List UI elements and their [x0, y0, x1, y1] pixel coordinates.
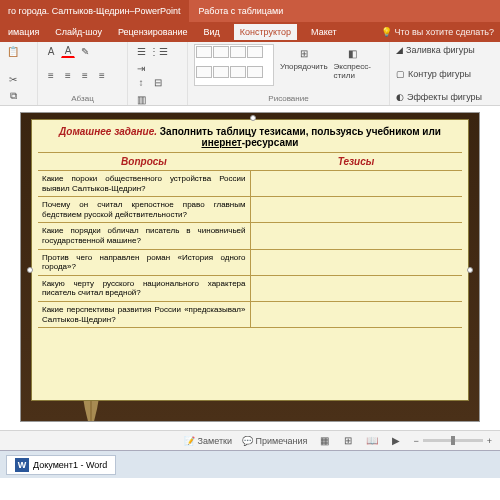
content-box[interactable]: Домашнее задание. Заполнить таблицу тези…	[31, 119, 469, 401]
selection-handle[interactable]	[467, 267, 473, 273]
zoom-slider[interactable]: − +	[413, 436, 492, 446]
shape-outline-button[interactable]: ▢Контур фигуры	[396, 68, 494, 80]
align-center-icon[interactable]: ≡	[61, 68, 75, 82]
justify-icon[interactable]: ≡	[95, 68, 109, 82]
title-doc: го города. Салтыков-Щедрин – PowerPoint	[0, 0, 189, 22]
status-bar: 📝 Заметки 💬 Примечания ▦ ⊞ 📖 ▶ − +	[0, 430, 500, 450]
title-context: Работа с таблицами	[189, 0, 294, 22]
tab-design[interactable]: Конструктор	[234, 24, 297, 40]
shape-styles-group: ◢Заливка фигуры ▢Контур фигуры ◐Эффекты …	[390, 42, 500, 105]
table-row: Какую черту русского национального харак…	[38, 275, 462, 301]
effects-icon: ◐	[396, 92, 404, 102]
shape-fill-button[interactable]: ◢Заливка фигуры	[396, 44, 494, 56]
arrange-icon[interactable]: ⊞	[295, 44, 313, 62]
ribbon: 📋 ✂⧉ A A ✎ ≡ ≡ ≡ ≡ Абзац ☰ ⋮☰ ⇥ ↕ ⊟ ▥	[0, 42, 500, 106]
tab-view[interactable]: Вид	[201, 27, 221, 37]
word-icon: W	[15, 458, 29, 472]
paragraph-group: ☰ ⋮☰ ⇥ ↕ ⊟ ▥	[128, 42, 188, 105]
tab-review[interactable]: Рецензирование	[116, 27, 190, 37]
tab-layout[interactable]: Макет	[309, 27, 338, 37]
table-row: Какие порядки обличал писатель в чиновни…	[38, 223, 462, 249]
col-questions: Вопросы	[38, 153, 250, 171]
sorter-view-icon[interactable]: ⊞	[341, 434, 355, 448]
quick-styles-icon[interactable]: ◧	[343, 44, 361, 62]
col-theses: Тезисы	[250, 153, 462, 171]
notes-button[interactable]: 📝 Заметки	[184, 436, 232, 446]
windows-taskbar: W Документ1 - Word	[0, 450, 500, 478]
align-text-icon[interactable]: ⊟	[151, 75, 165, 89]
comments-button[interactable]: 💬 Примечания	[242, 436, 307, 446]
highlight-icon[interactable]: ✎	[78, 44, 92, 58]
homework-table[interactable]: ВопросыТезисы Какие пороки общественного…	[38, 152, 462, 328]
zoom-in-icon[interactable]: +	[487, 436, 492, 446]
table-row: Против чего направлен роман «История одн…	[38, 249, 462, 275]
text-direction-icon[interactable]: ↕	[134, 75, 148, 89]
tab-animation[interactable]: имация	[6, 27, 41, 37]
selection-handle[interactable]	[250, 115, 256, 121]
fill-icon: ◢	[396, 45, 403, 55]
slideshow-view-icon[interactable]: ▶	[389, 434, 403, 448]
group-label-paragraph: Абзац	[44, 94, 121, 103]
columns-icon[interactable]: ▥	[134, 92, 148, 106]
font-group: A A ✎ ≡ ≡ ≡ ≡ Абзац	[38, 42, 128, 105]
group-label-drawing: Рисование	[194, 94, 383, 103]
table-row: Почему он считал крепостное право главны…	[38, 197, 462, 223]
taskbar-word-button[interactable]: W Документ1 - Word	[6, 455, 116, 475]
homework-title: Домашнее задание. Заполнить таблицу тези…	[38, 126, 462, 148]
table-row: Какие пороки общественного устройства Ро…	[38, 171, 462, 197]
table-row: Какие перспективы развития России «предс…	[38, 301, 462, 327]
numbering-icon[interactable]: ⋮☰	[151, 44, 165, 58]
align-left-icon[interactable]: ≡	[44, 68, 58, 82]
tell-me[interactable]: 💡Что вы хотите сделать?	[381, 27, 495, 37]
arrange-label: Упорядочить	[280, 62, 328, 71]
paste-icon[interactable]: 📋	[6, 44, 20, 58]
font-size-dec-icon[interactable]: A	[44, 44, 58, 58]
title-bar: го города. Салтыков-Щедрин – PowerPoint …	[0, 0, 500, 22]
align-right-icon[interactable]: ≡	[78, 68, 92, 82]
slide-editor[interactable]: Домашнее задание. Заполнить таблицу тези…	[0, 106, 500, 430]
bulb-icon: 💡	[381, 27, 392, 37]
cut-icon[interactable]: ✂	[6, 72, 20, 86]
bullets-icon[interactable]: ☰	[134, 44, 148, 58]
drawing-group: ⊞ Упорядочить ◧ Экспресс- стили Рисовани…	[188, 42, 390, 105]
reading-view-icon[interactable]: 📖	[365, 434, 379, 448]
shape-effects-button[interactable]: ◐Эффекты фигуры	[396, 91, 494, 103]
indent-icon[interactable]: ⇥	[134, 61, 148, 75]
outline-icon: ▢	[396, 69, 405, 79]
zoom-out-icon[interactable]: −	[413, 436, 418, 446]
express-label: Экспресс- стили	[334, 62, 371, 80]
ribbon-tabs: имация Слайд-шоу Рецензирование Вид Конс…	[0, 22, 500, 42]
selection-handle[interactable]	[27, 267, 33, 273]
font-color-icon[interactable]: A	[61, 44, 75, 58]
tab-slideshow[interactable]: Слайд-шоу	[53, 27, 104, 37]
clipboard-group: 📋 ✂⧉	[0, 42, 38, 105]
shapes-gallery[interactable]	[194, 44, 274, 86]
normal-view-icon[interactable]: ▦	[317, 434, 331, 448]
slide: Домашнее задание. Заполнить таблицу тези…	[20, 112, 480, 422]
copy-icon[interactable]: ⧉	[6, 89, 20, 103]
